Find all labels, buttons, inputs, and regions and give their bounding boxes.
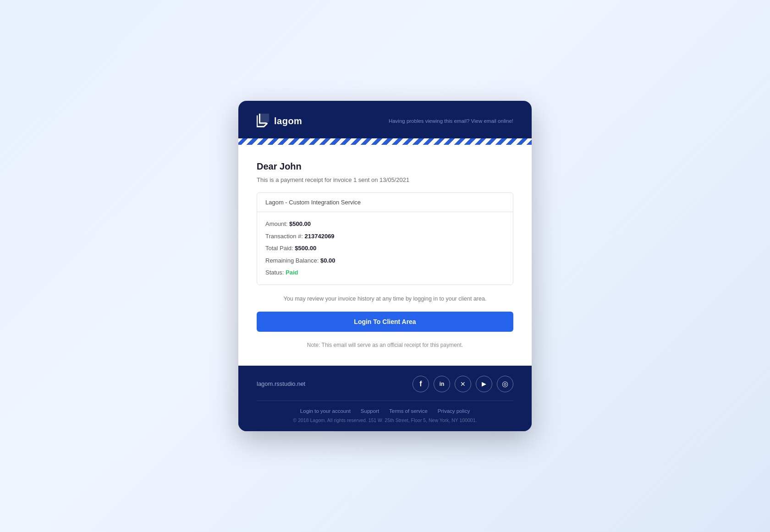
footer-link-support[interactable]: Support <box>361 408 379 414</box>
total-paid-value: $500.00 <box>295 245 316 252</box>
remaining-row: Remaining Balance: $0.00 <box>265 256 505 265</box>
note-text: Note: This email will serve as an offici… <box>257 341 513 349</box>
footer-links: Login to your account Support Terms of s… <box>257 408 513 414</box>
greeting: Dear John <box>257 161 513 172</box>
facebook-icon[interactable]: f <box>412 376 429 392</box>
email-header: lagom Having probles viewing this email?… <box>238 101 532 138</box>
stripe-bar <box>238 138 532 145</box>
footer-copyright: © 2018 Lagom. All rights reserved. 151 W… <box>257 417 513 423</box>
amount-label: Amount: <box>265 220 287 227</box>
footer-top: lagom.rsstudio.net f in ✕ ▶ ◎ <box>257 376 513 401</box>
logo-text: lagom <box>274 116 302 126</box>
email-footer: lagom.rsstudio.net f in ✕ ▶ ◎ Login to y… <box>238 366 532 431</box>
youtube-icon[interactable]: ▶ <box>476 376 492 392</box>
instagram-icon[interactable]: ◎ <box>497 376 513 392</box>
review-text: You may review your invoice history at a… <box>257 294 513 303</box>
amount-value: $500.00 <box>289 220 311 227</box>
status-label: Status: <box>265 269 284 276</box>
invoice-box: Lagom - Custom Integration Service Amoun… <box>257 192 513 285</box>
total-paid-label: Total Paid: <box>265 245 293 252</box>
x-twitter-icon[interactable]: ✕ <box>455 376 471 392</box>
footer-domain: lagom.rsstudio.net <box>257 380 305 387</box>
remaining-value: $0.00 <box>320 257 336 264</box>
logo-area: lagom <box>257 114 302 128</box>
social-icons: f in ✕ ▶ ◎ <box>412 376 513 392</box>
login-to-client-area-button[interactable]: Login To Client Area <box>257 312 513 332</box>
transaction-value: 213742069 <box>305 233 335 240</box>
footer-link-privacy[interactable]: Privacy policy <box>438 408 470 414</box>
footer-link-login[interactable]: Login to your account <box>300 408 351 414</box>
amount-row: Amount: $500.00 <box>265 219 505 229</box>
linkedin-icon[interactable]: in <box>434 376 450 392</box>
transaction-row: Transaction #: 213742069 <box>265 232 505 241</box>
invoice-service-name: Lagom - Custom Integration Service <box>257 193 513 212</box>
invoice-details: Amount: $500.00 Transaction #: 213742069… <box>257 212 513 285</box>
lagom-logo-icon <box>257 114 270 128</box>
remaining-label: Remaining Balance: <box>265 257 319 264</box>
status-value: Paid <box>286 269 298 276</box>
footer-bottom: Login to your account Support Terms of s… <box>257 401 513 423</box>
footer-link-terms[interactable]: Terms of service <box>389 408 428 414</box>
status-row: Status: Paid <box>265 268 505 277</box>
email-online-link[interactable]: Having probles viewing this email? View … <box>389 118 513 124</box>
email-card: lagom Having probles viewing this email?… <box>238 101 532 431</box>
transaction-label: Transaction #: <box>265 233 303 240</box>
intro-text: This is a payment receipt for invoice 1 … <box>257 176 513 183</box>
email-body: Dear John This is a payment receipt for … <box>238 145 532 366</box>
total-paid-row: Total Paid: $500.00 <box>265 244 505 253</box>
